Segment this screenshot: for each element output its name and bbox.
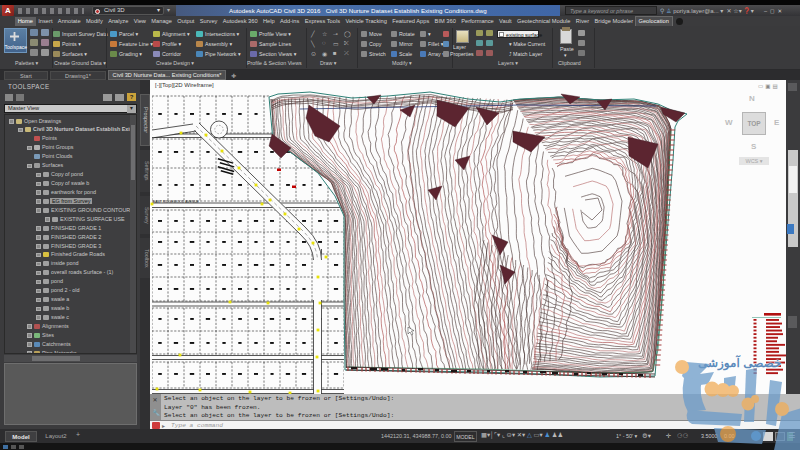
svg-text:EAST RIDGEWOOD AVENUE: EAST RIDGEWOOD AVENUE [153, 200, 200, 204]
